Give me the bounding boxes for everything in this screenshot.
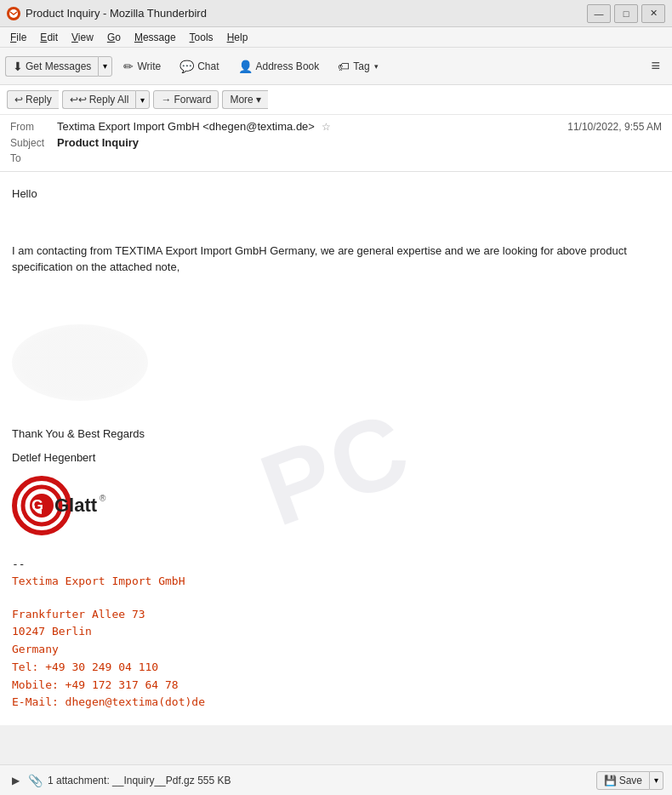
closing: Thank You & Best Regards (12, 426, 660, 443)
star-icon[interactable]: ☆ (322, 121, 331, 133)
menu-edit[interactable]: Edit (33, 30, 65, 45)
reply-icon: ↩ (14, 94, 23, 106)
app-icon (7, 7, 20, 20)
glatt-logo-svg: G Glatt ® (12, 476, 114, 535)
reply-all-dropdown[interactable]: ▾ (135, 90, 150, 109)
message-body: Hello I am contacting from TEXTIMA Expor… (0, 172, 672, 725)
tag-arrow: ▾ (374, 62, 379, 71)
from-email: Textima Export Import GmbH <dhegen@texti… (57, 120, 315, 133)
attachment-filename: __Inquiry__Pdf.gz (112, 775, 195, 786)
sender-name: Detlef Hegenbert (12, 449, 660, 466)
message-date: 11/10/2022, 9:55 AM (567, 121, 662, 133)
get-messages-label: Get Messages (26, 60, 91, 72)
save-icon: 💾 (604, 775, 617, 786)
more-label: More (230, 94, 253, 106)
save-dropdown[interactable]: ▾ (650, 771, 663, 790)
content-area: ↩ Reply ↩↩ Reply All ▾ → Forward More ▾ (0, 85, 672, 795)
forward-label: Forward (174, 94, 211, 106)
get-messages-dropdown[interactable]: ▾ (98, 56, 112, 77)
more-split: More ▾ (222, 90, 267, 109)
attachment-bar: ▶ 📎 1 attachment: __Inquiry__Pdf.gz 555 … (0, 764, 672, 795)
message-action-toolbar: ↩ Reply ↩↩ Reply All ▾ → Forward More ▾ (0, 85, 672, 115)
body-paragraph: I am contacting from TEXTIMA Export Impo… (12, 243, 660, 276)
tag-icon: 🏷 (338, 60, 350, 73)
reply-button[interactable]: ↩ Reply (7, 90, 59, 109)
sig-email: E-Mail: dhegen@textima(dot)de (12, 694, 660, 712)
chat-button[interactable]: 💬 Chat (172, 55, 226, 77)
chat-icon: 💬 (179, 60, 194, 73)
maximize-button[interactable]: □ (614, 4, 638, 23)
menu-message[interactable]: Message (128, 30, 183, 45)
title-bar: Product Inquiry - Mozilla Thunderbird — … (0, 0, 672, 27)
svg-text:®: ® (100, 494, 106, 503)
menu-bar: File Edit View Go Message Tools Help (0, 27, 672, 48)
get-messages-button[interactable]: ⬇ Get Messages (5, 56, 98, 77)
address-book-label: Address Book (256, 60, 320, 72)
write-button[interactable]: ✏ Write (116, 55, 168, 77)
main-toolbar: ⬇ Get Messages ▾ ✏ Write 💬 Chat 👤 Addres… (0, 48, 672, 85)
hamburger-menu[interactable]: ≡ (644, 54, 667, 78)
attachment-count: 1 attachment: (48, 775, 110, 786)
forward-icon: → (161, 94, 171, 106)
sig-country: Germany (12, 641, 660, 659)
address-book-icon: 👤 (238, 60, 253, 73)
more-button[interactable]: More ▾ (222, 90, 267, 109)
get-messages-icon: ⬇ (13, 60, 23, 73)
forward-button[interactable]: → Forward (153, 90, 219, 109)
menu-view[interactable]: View (65, 30, 100, 45)
write-label: Write (137, 60, 161, 72)
subject-label: Subject (10, 137, 57, 149)
svg-text:Glatt: Glatt (54, 495, 98, 516)
get-messages-split: ⬇ Get Messages ▾ (5, 56, 112, 77)
attachment-size: 555 KB (197, 775, 231, 786)
attachment-expand[interactable]: ▶ (9, 773, 23, 788)
reply-all-icon: ↩↩ (70, 94, 87, 106)
message-meta: From Textima Export Import GmbH <dhegen@… (0, 115, 672, 171)
attachment-info: 1 attachment: __Inquiry__Pdf.gz 555 KB (48, 775, 591, 786)
more-arrow: ▾ (256, 94, 261, 106)
sig-city: 10247 Berlin (12, 623, 660, 641)
window-title: Product Inquiry - Mozilla Thunderbird (26, 7, 587, 20)
reply-all-label: Reply All (89, 94, 129, 106)
close-button[interactable]: ✕ (641, 4, 665, 23)
menu-go[interactable]: Go (100, 30, 128, 45)
save-label: Save (619, 775, 642, 786)
svg-point-0 (9, 9, 18, 18)
sig-mobile: Mobile: +49 172 317 64 78 (12, 677, 660, 695)
from-row: From Textima Export Import GmbH <dhegen@… (10, 118, 662, 134)
to-label: To (10, 152, 57, 164)
message-header: ↩ Reply ↩↩ Reply All ▾ → Forward More ▾ (0, 85, 672, 172)
sig-company: Textima Export Import GmbH (12, 573, 660, 590)
svg-text:G: G (31, 497, 43, 514)
save-split: 💾 Save ▾ (596, 771, 663, 790)
attachment-icon: 📎 (28, 774, 43, 787)
from-label: From (10, 121, 57, 133)
reply-label: Reply (26, 94, 52, 106)
menu-help[interactable]: Help (220, 30, 255, 45)
tag-button[interactable]: 🏷 Tag ▾ (330, 55, 385, 77)
chat-label: Chat (197, 60, 219, 72)
embedded-image (12, 324, 148, 401)
reply-split: ↩ Reply (7, 90, 59, 109)
menu-tools[interactable]: Tools (183, 30, 220, 45)
menu-file[interactable]: File (3, 30, 33, 45)
write-icon: ✏ (123, 60, 134, 73)
window-controls: — □ ✕ (587, 4, 665, 23)
sig-address: Frankfurter Allee 73 10247 Berlin German… (12, 606, 660, 712)
sig-tel: Tel: +49 30 249 04 110 (12, 659, 660, 677)
reply-all-button[interactable]: ↩↩ Reply All (62, 90, 136, 109)
message-body-wrapper: PC Hello I am contacting from TEXTIMA Ex… (0, 172, 672, 764)
reply-all-split: ↩↩ Reply All ▾ (62, 90, 151, 109)
from-value: Textima Export Import GmbH <dhegen@texti… (57, 120, 567, 133)
sig-divider: -- (12, 556, 660, 573)
tag-label: Tag (353, 60, 369, 72)
glatt-logo: G Glatt ® (12, 476, 660, 535)
sig-street: Frankfurter Allee 73 (12, 606, 660, 624)
address-book-button[interactable]: 👤 Address Book (231, 55, 327, 77)
save-button[interactable]: 💾 Save (596, 771, 650, 790)
to-row: To (10, 151, 662, 166)
subject-value: Product Inquiry (57, 136, 662, 149)
subject-row: Subject Product Inquiry (10, 134, 662, 151)
minimize-button[interactable]: — (587, 4, 611, 23)
greeting: Hello (12, 186, 660, 203)
